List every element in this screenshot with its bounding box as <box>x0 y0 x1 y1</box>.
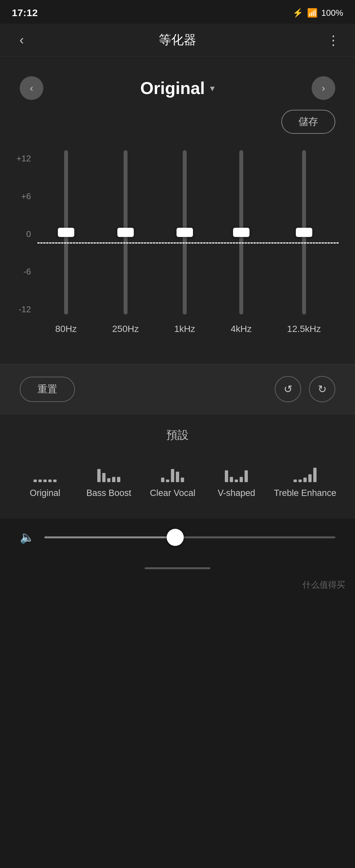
bar <box>48 479 52 482</box>
eq-label-minus6: -6 <box>23 267 31 277</box>
save-btn-container: 儲存 <box>0 106 355 144</box>
volume-icon: 🔈 <box>20 530 34 544</box>
bar <box>112 477 115 482</box>
preset-item-original[interactable]: Original <box>19 456 71 499</box>
presets-grid: Original Bass Boost Clear Vocal <box>10 456 345 499</box>
status-bar: 17:12 ⚡ 📶 100% <box>0 0 355 24</box>
undo-button[interactable]: ↺ <box>275 376 301 402</box>
bar <box>43 479 47 482</box>
eq-band-250hz: 250Hz <box>112 150 139 334</box>
volume-slider-thumb[interactable] <box>167 529 184 546</box>
status-icons: ⚡ 📶 100% <box>293 8 344 18</box>
back-button[interactable]: ‹ <box>12 33 32 47</box>
bottom-controls: 重置 ↺ ↻ <box>0 364 355 414</box>
slider-thumb-1khz[interactable] <box>177 228 193 237</box>
next-preset-button[interactable]: › <box>312 76 335 100</box>
bar <box>298 479 302 482</box>
redo-icon: ↻ <box>318 383 327 395</box>
slider-track-80hz[interactable] <box>58 150 75 314</box>
prev-preset-button[interactable]: ‹ <box>20 76 43 100</box>
bar <box>97 469 100 482</box>
slider-thumb-12khz[interactable] <box>296 228 312 237</box>
slider-track-4khz[interactable] <box>233 150 250 314</box>
preset-selector: ‹ Original ▾ › <box>0 63 355 106</box>
bar <box>33 479 37 482</box>
wifi-icon: 📶 <box>307 8 318 18</box>
preset-label-original: Original <box>30 488 60 499</box>
bar <box>230 477 233 482</box>
slider-thumb-4khz[interactable] <box>233 228 249 237</box>
preset-label-clear-vocal: Clear Vocal <box>150 488 195 499</box>
eq-band-80hz: 80Hz <box>55 150 77 334</box>
bar <box>102 473 106 482</box>
preset-name: Original <box>140 78 205 98</box>
eq-label-zero: 0 <box>26 229 31 239</box>
watermark: 什么值得买 <box>0 576 355 600</box>
eq-label-plus12: +12 <box>17 154 31 164</box>
history-buttons: ↺ ↻ <box>275 376 335 402</box>
bottom-nav-area <box>0 561 355 576</box>
bar <box>235 479 238 482</box>
eq-area: +12 +6 0 -6 -12 80Hz <box>0 144 355 354</box>
bar <box>38 479 42 482</box>
bar <box>166 479 169 482</box>
presets-section: 預設 Original Bass Boost <box>0 414 355 519</box>
bar <box>225 470 228 482</box>
eq-y-labels: +12 +6 0 -6 -12 <box>17 150 37 334</box>
preset-label-v-shaped: V-shaped <box>217 488 255 499</box>
preset-icon-bass-boost <box>97 456 120 482</box>
slider-track-1khz[interactable] <box>176 150 193 314</box>
menu-button[interactable]: ⋮ <box>323 33 343 48</box>
bar <box>53 479 57 482</box>
bar <box>313 468 317 482</box>
preset-item-v-shaped[interactable]: V-shaped <box>210 456 263 499</box>
preset-name-container: Original ▾ <box>43 78 312 98</box>
preset-item-treble-enhance[interactable]: Treble Enhance <box>274 456 336 499</box>
main-content: ‹ Original ▾ › 儲存 +12 +6 0 -6 -12 <box>0 57 355 364</box>
slider-thumb-250hz[interactable] <box>117 228 134 237</box>
preset-label-bass-boost: Bass Boost <box>86 488 131 499</box>
bar <box>303 477 307 482</box>
eq-label-plus6: +6 <box>21 191 31 202</box>
preset-dropdown-icon[interactable]: ▾ <box>210 83 215 94</box>
eq-freq-label-12khz: 12.5kHz <box>287 324 321 334</box>
slider-thumb-80hz[interactable] <box>58 228 74 237</box>
slider-track-12khz[interactable] <box>296 150 313 314</box>
reset-button[interactable]: 重置 <box>20 377 75 402</box>
preset-item-clear-vocal[interactable]: Clear Vocal <box>146 456 199 499</box>
volume-section: 🔈 <box>0 519 355 561</box>
preset-icon-clear-vocal <box>161 456 184 482</box>
eq-band-4khz: 4kHz <box>231 150 252 334</box>
eq-freq-label-4khz: 4kHz <box>231 324 252 334</box>
bar <box>308 474 312 482</box>
eq-band-1khz: 1kHz <box>174 150 195 334</box>
preset-item-bass-boost[interactable]: Bass Boost <box>83 456 135 499</box>
eq-label-minus12: -12 <box>19 304 31 314</box>
eq-freq-label-80hz: 80Hz <box>55 324 77 334</box>
battery-label: 100% <box>322 8 344 18</box>
preset-icon-original <box>33 456 57 482</box>
watermark-text: 什么值得买 <box>302 580 345 590</box>
volume-slider-track[interactable] <box>45 536 335 538</box>
bar <box>117 477 120 482</box>
preset-label-treble-enhance: Treble Enhance <box>274 488 336 499</box>
eq-freq-label-1khz: 1kHz <box>174 324 195 334</box>
eq-sliders: 80Hz 250Hz 1kHz <box>37 150 338 334</box>
save-button[interactable]: 儲存 <box>282 110 335 134</box>
top-bar: ‹ 等化器 ⋮ <box>0 24 355 57</box>
bar <box>161 477 165 482</box>
status-time: 17:12 <box>12 7 38 19</box>
slider-track-250hz[interactable] <box>117 150 134 314</box>
undo-icon: ↺ <box>284 383 293 395</box>
bluetooth-icon: ⚡ <box>293 8 303 18</box>
redo-button[interactable]: ↻ <box>309 376 335 402</box>
bar <box>171 469 174 482</box>
eq-band-12khz: 12.5kHz <box>287 150 321 334</box>
bar <box>294 479 297 482</box>
bar <box>240 477 243 482</box>
nav-indicator-line <box>145 567 210 569</box>
preset-icon-treble-enhance <box>294 456 317 482</box>
eq-freq-label-250hz: 250Hz <box>112 324 139 334</box>
preset-icon-v-shaped <box>225 456 248 482</box>
bar <box>181 477 184 482</box>
